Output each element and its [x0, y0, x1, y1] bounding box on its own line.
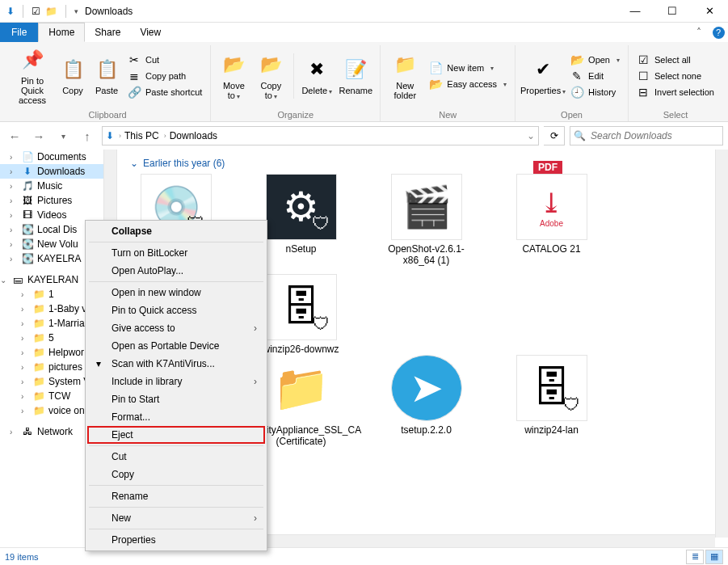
expand-icon[interactable]: ›: [10, 196, 18, 205]
tab-file[interactable]: File: [0, 23, 38, 42]
qat-down-icon[interactable]: ⬇: [6, 6, 15, 17]
paste-button[interactable]: 📋 Paste: [90, 55, 123, 97]
copy-to-button[interactable]: 📂Copy to▾: [253, 50, 288, 103]
tab-view[interactable]: View: [130, 23, 170, 42]
addr-dropdown-icon[interactable]: ⌄: [527, 130, 535, 141]
invert-selection-button[interactable]: ⊟Invert selection: [633, 85, 717, 99]
expand-icon[interactable]: ›: [21, 305, 29, 314]
move-to-button[interactable]: 📂Move to▾: [216, 50, 251, 103]
expand-icon[interactable]: ›: [21, 363, 29, 372]
tree-item[interactable]: ›🎵Music: [0, 179, 116, 193]
expand-icon[interactable]: ›: [21, 377, 29, 386]
minimize-button[interactable]: —: [616, 0, 654, 23]
expand-icon[interactable]: ›: [10, 428, 18, 436]
expand-icon[interactable]: ›: [21, 348, 29, 357]
file-item[interactable]: ➤tsetup.2.2.0: [376, 355, 477, 447]
rename-icon: 📝: [343, 57, 368, 82]
menu-item[interactable]: Give access to›: [87, 319, 265, 337]
rename-button[interactable]: 📝Rename: [336, 55, 375, 97]
maximize-button[interactable]: ☐: [654, 0, 691, 23]
menu-item[interactable]: ▾Scan with K7AntiVirus...: [87, 355, 265, 373]
menu-item[interactable]: Eject: [87, 426, 265, 444]
tree-item[interactable]: ›🖼Pictures: [0, 193, 116, 208]
close-button[interactable]: ✕: [691, 0, 728, 23]
qat-props-icon[interactable]: ☑: [32, 6, 40, 17]
tree-item[interactable]: ›📄Documents: [0, 150, 116, 164]
menu-item[interactable]: Properties: [87, 531, 265, 549]
tree-label: Music: [37, 180, 62, 192]
expand-icon[interactable]: ›: [10, 153, 18, 162]
new-item-button[interactable]: 📄New item▾: [426, 61, 510, 75]
expand-icon[interactable]: ›: [21, 290, 29, 299]
copy-button[interactable]: 📋 Copy: [57, 55, 89, 97]
back-button[interactable]: ←: [5, 126, 24, 145]
menu-label: Scan with K7AntiVirus...: [112, 358, 215, 369]
select-none-button[interactable]: ☐Select none: [633, 69, 717, 83]
menu-item[interactable]: Rename: [87, 487, 265, 505]
expand-icon[interactable]: ›: [10, 167, 18, 176]
search-box[interactable]: 🔍: [570, 126, 723, 145]
view-details-button[interactable]: ≣: [686, 550, 704, 564]
menu-item[interactable]: Collapse: [87, 222, 265, 240]
menu-item[interactable]: New›: [87, 509, 265, 527]
file-item[interactable]: 🎬OpenShot-v2.6.1-x86_64 (1): [376, 174, 477, 266]
edit-icon: ✎: [570, 70, 583, 82]
edit-button[interactable]: ✎Edit: [567, 69, 623, 83]
tree-item[interactable]: ›⬇Downloads: [0, 164, 116, 179]
menu-label: New: [112, 512, 131, 524]
menu-item[interactable]: Pin to Start: [87, 390, 265, 408]
expand-icon[interactable]: ⌄: [0, 276, 8, 285]
menu-item[interactable]: Cut: [87, 448, 265, 466]
forward-button[interactable]: →: [29, 126, 48, 145]
delete-button[interactable]: ✖Delete▾: [299, 55, 335, 98]
menu-item[interactable]: Open in new window: [87, 284, 265, 301]
easy-access-button[interactable]: 📂Easy access▾: [426, 77, 510, 91]
tree-icon: ⬇: [21, 166, 34, 177]
expand-icon[interactable]: ›: [10, 255, 18, 264]
expand-icon[interactable]: ›: [21, 392, 29, 401]
expand-icon[interactable]: ›: [10, 240, 18, 249]
address-bar[interactable]: ⬇ ›This PC ›Downloads ⌄: [102, 126, 539, 145]
copyto-icon: 📂: [258, 52, 284, 78]
expand-icon[interactable]: ›: [10, 211, 18, 220]
menu-item[interactable]: Open AutoPlay...: [87, 262, 265, 280]
pin-quick-access-button[interactable]: 📌 Pin to Quick access: [10, 45, 55, 107]
expand-icon[interactable]: ›: [21, 319, 29, 328]
menu-item[interactable]: Format...: [87, 408, 265, 426]
menu-item[interactable]: Pin to Quick access: [87, 301, 265, 319]
expand-icon[interactable]: ›: [21, 407, 29, 415]
expand-icon[interactable]: ›: [10, 182, 18, 191]
move-icon: 📂: [221, 52, 246, 78]
select-all-button[interactable]: ☑Select all: [633, 53, 717, 67]
ribbon-collapse-icon[interactable]: ˄: [689, 23, 709, 42]
menu-item[interactable]: Copy: [87, 466, 265, 483]
crumb-thispc[interactable]: This PC: [124, 130, 159, 141]
search-input[interactable]: [591, 130, 719, 141]
qat-overflow-icon[interactable]: ▾: [74, 7, 78, 15]
up-button[interactable]: ↑: [78, 126, 97, 145]
expand-icon[interactable]: ›: [21, 334, 29, 343]
help-icon[interactable]: ?: [709, 23, 728, 42]
menu-item[interactable]: Open as Portable Device: [87, 337, 265, 355]
new-folder-button[interactable]: 📁New folder: [385, 50, 424, 102]
tab-home[interactable]: Home: [38, 23, 85, 42]
properties-button[interactable]: ✔Properties▾: [520, 55, 566, 98]
crumb-downloads[interactable]: Downloads: [170, 130, 217, 141]
paste-shortcut-button[interactable]: 🔗Paste shortcut: [124, 85, 205, 99]
expand-icon[interactable]: ›: [10, 226, 18, 234]
open-button[interactable]: 📂Open▾: [567, 53, 623, 67]
history-dropdown[interactable]: ▾: [53, 126, 73, 145]
menu-item[interactable]: Turn on BitLocker: [87, 244, 265, 262]
cut-button[interactable]: ✂Cut: [124, 53, 205, 67]
history-button[interactable]: 🕘History: [567, 85, 623, 99]
copy-path-button[interactable]: ≣Copy path: [124, 69, 205, 83]
file-item[interactable]: 🗄🛡winzip24-lan: [501, 355, 602, 447]
content-vscrollbar[interactable]: [715, 150, 728, 538]
group-header[interactable]: ⌄Earlier this year (6): [117, 150, 728, 174]
menu-item[interactable]: Include in library›: [87, 373, 265, 390]
file-item[interactable]: PDF⤓AdobeCATALOG 21: [501, 174, 602, 266]
tab-share[interactable]: Share: [85, 23, 130, 42]
qat-folder-icon[interactable]: 📁: [45, 6, 57, 17]
refresh-button[interactable]: ⟳: [544, 126, 565, 145]
view-icons-button[interactable]: ▦: [705, 550, 723, 564]
